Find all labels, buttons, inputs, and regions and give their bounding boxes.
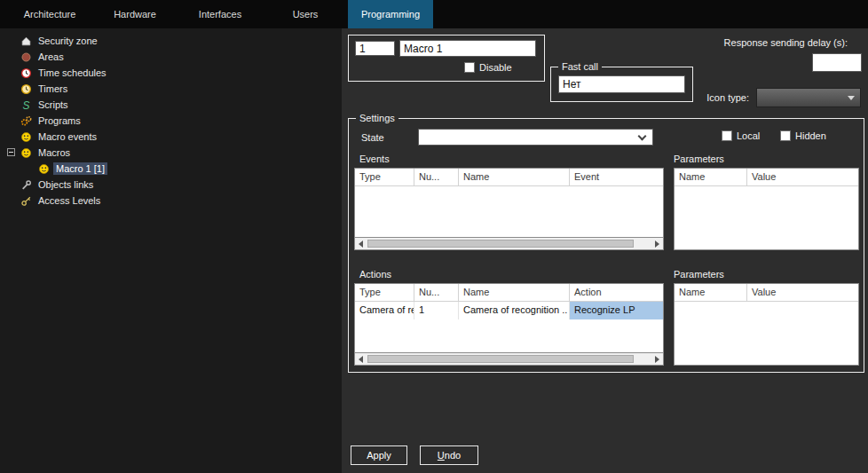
events-table[interactable]: Type Nu... Name Event: [354, 168, 664, 238]
main-tab-bar: Architecture Hardware Interfaces Users P…: [0, 0, 868, 28]
key-icon: [20, 195, 32, 207]
scroll-right-arrow[interactable]: [651, 238, 663, 249]
tab-users[interactable]: Users: [263, 0, 348, 28]
apply-button[interactable]: Apply: [351, 445, 407, 465]
tree-item-macro-1[interactable]: Macro 1 [1]: [37, 161, 107, 177]
action-row-type-cell[interactable]: Camera of rec...: [355, 302, 414, 319]
chevron-down-icon: [848, 96, 855, 104]
events-param-col-value[interactable]: Value: [747, 169, 858, 185]
tab-hardware[interactable]: Hardware: [92, 0, 178, 28]
events-col-event[interactable]: Event: [570, 169, 663, 185]
events-col-name[interactable]: Name: [459, 169, 570, 185]
tree-item-access-levels[interactable]: Access Levels: [20, 193, 103, 209]
smiley-icon: [20, 131, 32, 143]
smiley-icon: [37, 163, 50, 175]
events-col-type[interactable]: Type: [355, 169, 414, 185]
smiley-icon: [20, 147, 32, 159]
tab-interfaces[interactable]: Interfaces: [178, 0, 263, 28]
action-row-action-cell-selected[interactable]: Recognize LP: [570, 302, 663, 319]
macro-name-input[interactable]: [399, 40, 536, 57]
icon-type-label: Icon type:: [692, 92, 749, 103]
scrollbar-thumb[interactable]: [367, 355, 634, 363]
macros-expander-minus[interactable]: [7, 148, 15, 156]
tab-architecture[interactable]: Architecture: [7, 0, 92, 28]
tree-item-label: Macro events: [36, 130, 99, 143]
gears-icon: [20, 115, 32, 127]
scroll-right-arrow[interactable]: [651, 353, 663, 365]
actions-table-header: Type Nu... Name Action: [355, 284, 663, 302]
tree-item-scripts[interactable]: S Scripts: [20, 97, 71, 113]
tree-item-macro-events[interactable]: Macro events: [20, 129, 99, 145]
scroll-left-arrow[interactable]: [355, 353, 367, 365]
state-label: State: [361, 132, 384, 143]
tree-item-time-schedules[interactable]: Time schedules: [20, 65, 109, 81]
tree-item-timers[interactable]: Timers: [20, 81, 70, 97]
actions-horizontal-scrollbar[interactable]: [354, 353, 664, 366]
settings-legend: Settings: [356, 112, 398, 124]
tree-item-macros[interactable]: Macros: [20, 145, 73, 161]
tree-item-security-zone[interactable]: Security zone: [20, 33, 100, 49]
undo-button-label: Undo: [421, 446, 477, 464]
action-row-number-cell[interactable]: 1: [414, 302, 459, 319]
actions-col-type[interactable]: Type: [355, 284, 414, 301]
tree-item-label: Macros: [36, 146, 73, 159]
actions-table-row[interactable]: Camera of rec... 1 Camera of recognition…: [355, 302, 663, 319]
icon-type-dropdown[interactable]: [756, 88, 861, 107]
scrollbar-thumb[interactable]: [367, 240, 634, 248]
events-parameters-header: Name Value: [675, 169, 858, 186]
tree-item-label: Scripts: [36, 99, 71, 111]
state-combobox[interactable]: [418, 129, 653, 146]
fast-call-legend: Fast call: [558, 60, 602, 73]
actions-parameters-table[interactable]: Name Value: [674, 283, 859, 366]
actions-parameters-label: Parameters: [674, 269, 724, 280]
disable-checkbox[interactable]: [464, 62, 475, 73]
tree-item-objects-links[interactable]: Objects links: [20, 177, 96, 193]
macro-id-input[interactable]: [355, 41, 395, 56]
tree-item-label: Macro 1 [1]: [53, 162, 107, 175]
hidden-checkbox-row: Hidden: [780, 130, 826, 141]
scroll-left-arrow[interactable]: [355, 238, 367, 249]
tree-item-programs[interactable]: Programs: [20, 113, 83, 129]
local-checkbox[interactable]: [722, 130, 732, 141]
undo-button[interactable]: Undo: [420, 445, 478, 465]
events-label: Events: [359, 154, 390, 164]
events-table-header: Type Nu... Name Event: [355, 169, 663, 186]
actions-table[interactable]: Type Nu... Name Action Camera of rec... …: [354, 283, 664, 353]
script-icon: S: [20, 99, 32, 111]
response-delay-input[interactable]: [812, 53, 862, 72]
timer-clock-icon: [20, 83, 32, 95]
events-horizontal-scrollbar[interactable]: [354, 238, 664, 250]
hidden-checkbox-label: Hidden: [795, 130, 826, 141]
tree-item-label: Areas: [36, 51, 67, 63]
events-parameters-label: Parameters: [674, 154, 724, 164]
actions-param-col-value[interactable]: Value: [747, 284, 858, 301]
home-icon: [20, 35, 32, 47]
wrench-icon: [20, 179, 32, 191]
local-checkbox-label: Local: [737, 130, 760, 141]
disable-checkbox-label: Disable: [479, 62, 512, 73]
actions-col-action[interactable]: Action: [570, 284, 663, 301]
local-checkbox-row: Local: [722, 130, 760, 141]
events-col-number[interactable]: Nu...: [414, 169, 459, 185]
areas-icon: [20, 51, 32, 63]
actions-col-number[interactable]: Nu...: [414, 284, 459, 301]
action-row-name-cell[interactable]: Camera of recognition ..: [459, 302, 570, 319]
actions-label: Actions: [359, 269, 391, 280]
fast-call-input[interactable]: [558, 75, 685, 93]
disable-checkbox-row: Disable: [464, 62, 512, 73]
response-delay-label: Response sending delay (s):: [675, 37, 848, 48]
tree-item-label: Security zone: [36, 35, 100, 47]
macro-identity-groupbox: Disable: [348, 35, 545, 82]
tree-item-areas[interactable]: Areas: [20, 49, 67, 65]
actions-param-col-name[interactable]: Name: [675, 284, 747, 301]
chevron-down-icon: [638, 131, 647, 140]
tab-programming[interactable]: Programming: [348, 0, 433, 28]
hidden-checkbox[interactable]: [780, 130, 791, 141]
apply-button-label: Apply: [351, 446, 406, 464]
actions-col-name[interactable]: Name: [459, 284, 570, 301]
actions-parameters-header: Name Value: [675, 284, 858, 302]
tree-item-label: Objects links: [36, 178, 96, 191]
events-parameters-table[interactable]: Name Value: [674, 168, 859, 250]
events-param-col-name[interactable]: Name: [675, 169, 747, 185]
settings-groupbox: Settings State Local Hidden Events Type …: [348, 118, 864, 373]
